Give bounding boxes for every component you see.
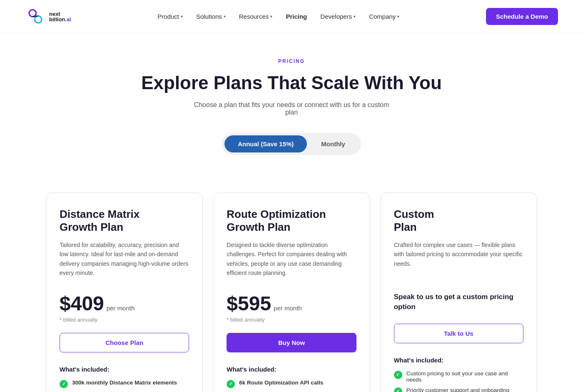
svg-line-2 bbox=[32, 16, 38, 17]
list-item: 300k monthly Distance Matrix elements bbox=[60, 380, 189, 388]
nav-developers[interactable]: Developers ▾ bbox=[320, 13, 356, 20]
plan-price-route-optimization: $595 bbox=[227, 292, 271, 315]
plan-period: per month bbox=[274, 305, 302, 312]
pricing-section-label: PRICING bbox=[8, 58, 575, 64]
nav-solutions[interactable]: Solutions ▾ bbox=[196, 13, 226, 20]
check-icon bbox=[394, 387, 402, 392]
plan-billed-route-optimization: * billed annually bbox=[227, 317, 356, 323]
plan-period: per month bbox=[107, 305, 135, 312]
whats-included-label: What's included: bbox=[394, 357, 523, 364]
nav-resources[interactable]: Resources ▾ bbox=[239, 13, 273, 20]
check-icon bbox=[60, 380, 68, 388]
buy-now-button[interactable]: Buy Now bbox=[227, 333, 356, 352]
plan-price-row: $595 per month bbox=[227, 292, 356, 315]
plan-name-custom: CustomPlan bbox=[394, 208, 523, 234]
whats-included-label: What's included: bbox=[60, 366, 189, 373]
plan-price-distance-matrix: $409 bbox=[60, 292, 104, 315]
feature-list-custom: Custom pricing to suit your use case and… bbox=[394, 370, 523, 392]
nav-product[interactable]: Product ▾ bbox=[157, 13, 183, 20]
pricing-hero: PRICING Explore Plans That Scale With Yo… bbox=[0, 33, 583, 192]
annual-toggle-button[interactable]: Annual (Save 15%) bbox=[224, 135, 307, 152]
feature-list-distance-matrix: 300k monthly Distance Matrix elements 20… bbox=[60, 380, 189, 392]
chevron-down-icon: ▾ bbox=[270, 14, 272, 19]
schedule-demo-button[interactable]: Schedule a Demo bbox=[486, 8, 558, 25]
nav-company[interactable]: Company ▾ bbox=[369, 13, 399, 20]
list-item: Custom pricing to suit your use case and… bbox=[394, 370, 523, 383]
svg-point-1 bbox=[35, 16, 42, 23]
choose-plan-button[interactable]: Choose Plan bbox=[60, 333, 189, 352]
pricing-subtitle: Choose a plan that fits your needs or co… bbox=[187, 101, 396, 116]
talk-to-us-button[interactable]: Talk to Us bbox=[394, 324, 523, 343]
check-icon bbox=[394, 371, 402, 379]
list-item: 6k Route Optimization API calls bbox=[227, 380, 356, 388]
pricing-cards: Distance MatrixGrowth Plan Tailored for … bbox=[21, 192, 562, 392]
chevron-down-icon: ▾ bbox=[181, 14, 183, 19]
plan-billed-distance-matrix: * billed annually bbox=[60, 317, 189, 323]
monthly-toggle-button[interactable]: Monthly bbox=[308, 135, 359, 152]
route-optimization-plan-card: Route OptimizationGrowth Plan Designed t… bbox=[213, 192, 370, 392]
logo[interactable]: next billion.ai bbox=[25, 6, 71, 27]
distance-matrix-plan-card: Distance MatrixGrowth Plan Tailored for … bbox=[46, 192, 203, 392]
plan-name-distance-matrix: Distance MatrixGrowth Plan bbox=[60, 208, 189, 234]
navbar: next billion.ai Product ▾ Solutions ▾ Re… bbox=[0, 0, 583, 33]
pricing-title: Explore Plans That Scale With You bbox=[8, 72, 575, 94]
nav-pricing[interactable]: Pricing bbox=[286, 13, 307, 20]
billing-toggle: Annual (Save 15%) Monthly bbox=[222, 133, 361, 155]
chevron-down-icon: ▾ bbox=[397, 14, 399, 19]
custom-plan-card: CustomPlan Crafted for complex use cases… bbox=[380, 192, 537, 392]
chevron-down-icon: ▾ bbox=[224, 14, 226, 19]
feature-list-route-optimization: 6k Route Optimization API calls 20k Dire… bbox=[227, 380, 356, 392]
svg-point-0 bbox=[29, 10, 36, 17]
plan-desc-custom: Crafted for complex use cases — flexible… bbox=[394, 240, 523, 280]
check-icon bbox=[227, 380, 235, 388]
plan-desc-distance-matrix: Tailored for scalability, accuracy, prec… bbox=[60, 240, 189, 280]
nav-links: Product ▾ Solutions ▾ Resources ▾ Pricin… bbox=[157, 13, 399, 20]
list-item: Priority customer support and onboarding… bbox=[394, 387, 523, 392]
whats-included-label: What's included: bbox=[227, 366, 356, 373]
plan-name-route-optimization: Route OptimizationGrowth Plan bbox=[227, 208, 356, 234]
chevron-down-icon: ▾ bbox=[354, 14, 356, 19]
custom-speak-text: Speak to us to get a custom pricing opti… bbox=[394, 292, 523, 312]
plan-price-row: $409 per month bbox=[60, 292, 189, 315]
plan-desc-route-optimization: Designed to tackle diverse optimization … bbox=[227, 240, 356, 280]
